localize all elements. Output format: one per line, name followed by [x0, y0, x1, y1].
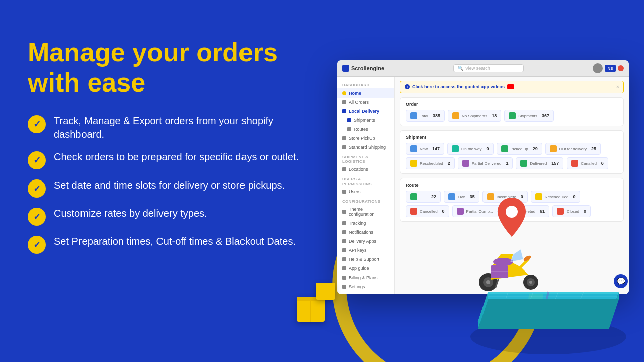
stat-cancelled: Cancelled 0 — [406, 205, 449, 217]
close-notification-button[interactable]: × — [616, 84, 619, 90]
sidebar-item-locations[interactable]: Locations — [337, 165, 394, 174]
avatar-button[interactable] — [593, 63, 603, 73]
help-icon — [342, 257, 346, 261]
ns-button[interactable]: NS — [605, 65, 616, 72]
list-item: Track, Manage & Export orders from your … — [28, 114, 304, 141]
svg-point-10 — [486, 280, 490, 284]
sidebar-item-app-guide[interactable]: App guide — [337, 264, 394, 273]
feature-text-4: Customize rates by delivery types. — [54, 207, 207, 220]
apps-icon — [342, 239, 346, 243]
sidebar-section-logistics: Shipment & Logistics — [337, 152, 394, 165]
api-icon — [342, 248, 346, 252]
stat-on-way: On the way 0 — [447, 143, 493, 155]
sidebar-item-billing[interactable]: Billing & Plans — [337, 273, 394, 282]
package-small — [316, 283, 335, 300]
incomplete-icon — [487, 193, 494, 200]
list-item: Set Preparation times, Cut-off times & B… — [28, 235, 304, 254]
feature-text-5: Set Preparation times, Cut-off times & B… — [54, 235, 296, 248]
stat-live: Live 35 — [444, 191, 479, 203]
sidebar-item-settings[interactable]: Settings — [337, 282, 394, 291]
shipment-section: Shipment New 147 On the way 0 — [400, 130, 624, 174]
order-section: Order Total 385 No Shipments 18 — [400, 97, 624, 126]
window-controls: NS — [593, 63, 624, 73]
check-icon-1 — [28, 115, 46, 133]
feature-text-1: Track, Manage & Export orders from your … — [54, 114, 304, 141]
sidebar-item-help[interactable]: Help & Support — [337, 255, 394, 264]
sidebar-item-theme[interactable]: Theme configuration — [337, 205, 394, 219]
live-icon — [448, 193, 455, 200]
no-shipments-icon — [452, 112, 459, 119]
route-rescheduled-icon — [535, 193, 542, 200]
out-delivery-icon — [550, 145, 557, 152]
users-icon — [342, 190, 346, 194]
sidebar-item-routes[interactable]: Routes — [337, 125, 394, 134]
notification-text: i Click here to access the guided app vi… — [405, 84, 514, 89]
on-way-icon — [452, 145, 459, 152]
order-section-title: Order — [406, 102, 618, 107]
features-list: Track, Manage & Export orders from your … — [28, 114, 304, 254]
feature-text-2: Check orders to be prepared for specific… — [54, 150, 299, 164]
list-item: Customize rates by delivery types. — [28, 207, 304, 226]
close-button[interactable] — [618, 65, 624, 71]
check-icon-4 — [28, 208, 46, 226]
package-stripe — [310, 301, 311, 322]
search-bar[interactable]: 🔍 View search — [453, 64, 524, 72]
billing-icon — [342, 276, 346, 280]
theme-icon — [342, 210, 346, 214]
svg-point-14 — [493, 258, 513, 266]
sidebar-item-all-orders[interactable]: All Orders — [337, 98, 394, 107]
canalled-icon — [571, 160, 578, 167]
scooter-illustration — [475, 239, 546, 297]
pin-svg — [496, 197, 528, 239]
sidebar-item-delivery-apps[interactable]: Delivery Apps — [337, 237, 394, 246]
sidebar-item-home[interactable]: Home — [337, 88, 394, 98]
partial-complete-icon — [457, 208, 464, 215]
page-title: Manage your orders with ease — [28, 38, 304, 98]
stat-closed: Closed 0 — [552, 205, 591, 217]
search-icon: 🔍 — [458, 66, 463, 71]
cancelled-icon — [410, 208, 417, 215]
home-icon — [342, 91, 346, 95]
delivery-icon — [342, 109, 346, 113]
window-titlebar: Scrollengine 🔍 View search NS — [337, 60, 629, 77]
orders-icon — [342, 100, 346, 104]
youtube-icon — [507, 84, 514, 89]
info-icon: i — [405, 84, 410, 89]
sidebar: Dashboard Home All Orders Local Delivery… — [337, 77, 395, 294]
rescheduled-icon — [410, 160, 417, 167]
location-icon — [342, 167, 346, 171]
sidebar-item-users[interactable]: Users — [337, 187, 394, 196]
sidebar-item-api-keys[interactable]: API keys — [337, 246, 394, 255]
check-icon-3 — [28, 179, 46, 198]
check-icon-5 — [28, 236, 46, 254]
new-icon — [410, 145, 417, 152]
svg-point-20 — [506, 206, 518, 218]
stat-picked-up: Picked up 29 — [497, 143, 542, 155]
stat-route-1: 22 — [406, 191, 441, 203]
logo-icon — [342, 65, 349, 72]
sidebar-item-tracking[interactable]: Tracking — [337, 219, 394, 228]
stat-canalled: Canalled 6 — [567, 157, 608, 169]
sidebar-section-dashboard: Dashboard — [337, 80, 394, 88]
sidebar-item-notifications[interactable]: Notifications — [337, 228, 394, 237]
package-stack — [297, 297, 325, 322]
sidebar-item-local-delivery[interactable]: Local Delivery — [337, 107, 394, 116]
sidebar-item-standard-shipping[interactable]: Standard Shipping — [337, 143, 394, 152]
stat-shipments: Shipments 367 — [504, 110, 554, 122]
shipment-stats-row-2: Rescheduled 2 Partial Delivered 1 Delive… — [406, 157, 618, 169]
scooter-svg — [475, 239, 546, 295]
sidebar-item-store-pickup[interactable]: Store PickUp — [337, 134, 394, 143]
list-item: Set date and time slots for delivery or … — [28, 178, 304, 198]
tracking-icon — [342, 221, 346, 225]
closed-icon — [557, 208, 564, 215]
sidebar-item-shipments[interactable]: Shipments — [337, 116, 394, 125]
picked-up-icon — [501, 145, 508, 152]
shipments-icon — [347, 118, 351, 122]
settings-icon — [342, 285, 346, 289]
sidebar-section-config: Configurations — [337, 196, 394, 205]
stat-no-shipments: No Shipments 18 — [448, 110, 501, 122]
sidebar-section-users: Users & Permissions — [337, 174, 394, 187]
app-logo: Scrollengine — [342, 65, 384, 72]
delivered-icon — [520, 160, 527, 167]
package-large — [297, 297, 325, 322]
